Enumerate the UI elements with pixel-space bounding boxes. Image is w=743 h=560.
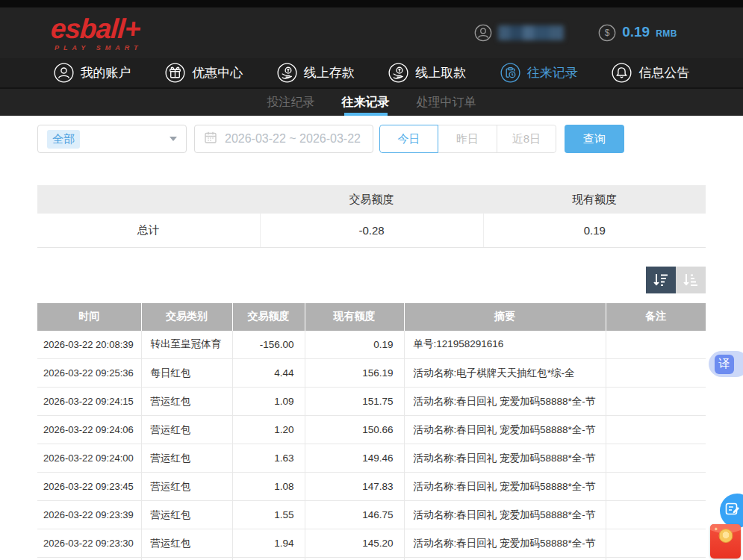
table-cell: 营运红包 xyxy=(141,416,232,444)
range-button-last8days[interactable]: 近8日 xyxy=(497,125,556,153)
table-cell xyxy=(232,558,305,560)
summary-total-row: 总计 -0.28 0.19 xyxy=(37,214,706,247)
table-row xyxy=(37,558,706,560)
table-cell xyxy=(606,558,706,560)
table-cell xyxy=(606,473,706,501)
user-account[interactable] xyxy=(474,24,564,42)
subtab-pending-orders[interactable]: 处理中订单 xyxy=(414,89,479,116)
nav-label: 往来记录 xyxy=(527,64,578,81)
summary-table: 交易额度 现有额度 总计 -0.28 0.19 xyxy=(37,185,706,248)
translate-label: 译 xyxy=(719,357,730,371)
table-cell xyxy=(606,416,706,444)
table-cell xyxy=(606,359,706,388)
table-cell: -156.00 xyxy=(232,331,305,359)
table-cell: 2026-03-22 20:08:39 xyxy=(37,331,141,359)
nav-item-promotions[interactable]: 优惠中心 xyxy=(165,63,243,83)
table-cell: 2026-03-22 09:24:00 xyxy=(37,444,141,473)
subtab-transaction-records[interactable]: 往来记录 xyxy=(339,89,393,116)
deposit-icon xyxy=(277,63,297,83)
gold-coin-icon xyxy=(718,529,733,543)
sparkle-icon: ✦ xyxy=(714,526,718,532)
table-row: 2026-03-22 20:08:39转出至皇冠体育-156.000.19单号:… xyxy=(37,331,706,359)
subnav: 投注纪录 往来记录 处理中订单 xyxy=(0,87,743,116)
table-cell: 1.09 xyxy=(232,388,305,416)
table-cell xyxy=(606,529,706,558)
logo-tagline: PLAY SMART xyxy=(51,45,143,52)
table-cell: 活动名称:春日回礼 宠爱加码58888*全-节 xyxy=(404,416,606,444)
gift-icon xyxy=(165,63,185,83)
transactions-body: 2026-03-22 20:08:39转出至皇冠体育-156.000.19单号:… xyxy=(37,331,706,560)
table-cell: 146.75 xyxy=(305,501,404,529)
table-cell: 150.66 xyxy=(305,416,404,444)
nav-item-records[interactable]: 往来记录 xyxy=(500,63,578,83)
sort-ascending-button[interactable] xyxy=(676,267,706,293)
transactions-table: 时间 交易类别 交易额度 现有额度 摘要 备注 2026-03-22 20:08… xyxy=(37,303,706,560)
column-header-type: 交易类别 xyxy=(141,303,232,331)
range-button-today[interactable]: 今日 xyxy=(379,125,438,153)
table-cell: 活动名称:电子棋牌天天抽红包*综-全 xyxy=(404,359,606,388)
filter-row: 全部 2026-03-22 ~ 2026-03-22 今日 昨日 近8日 查询 xyxy=(37,125,706,153)
translate-widget[interactable]: 译 xyxy=(709,351,743,377)
type-select[interactable]: 全部 xyxy=(37,125,187,153)
nav-item-withdraw[interactable]: 线上取款 xyxy=(388,63,466,83)
red-envelope-widget[interactable]: ✦ xyxy=(710,524,741,559)
table-cell: 2026-03-22 09:25:36 xyxy=(37,359,141,388)
date-range-input[interactable]: 2026-03-22 ~ 2026-03-22 xyxy=(194,125,373,153)
subtab-label: 往来记录 xyxy=(342,95,390,111)
table-cell: 活动名称:春日回礼 宠爱加码58888*全-节 xyxy=(404,529,606,558)
balance-currency: RMB xyxy=(656,28,677,39)
date-range-value: 2026-03-22 ~ 2026-03-22 xyxy=(225,132,361,146)
coin-icon: $ xyxy=(598,24,616,42)
table-cell: 145.20 xyxy=(305,529,404,558)
table-row: 2026-03-22 09:24:00营运红包1.63149.46活动名称:春日… xyxy=(37,444,706,473)
sort-descending-button[interactable] xyxy=(646,267,676,293)
subtab-label: 投注纪录 xyxy=(267,95,315,111)
balance[interactable]: $ 0.19 RMB xyxy=(598,24,677,42)
table-header-row: 时间 交易类别 交易额度 现有额度 摘要 备注 xyxy=(37,303,706,331)
content: 全部 2026-03-22 ~ 2026-03-22 今日 昨日 近8日 查询 xyxy=(0,116,743,560)
table-cell: 每日红包 xyxy=(141,359,232,388)
logo-text: esball+ xyxy=(50,15,143,43)
records-icon xyxy=(500,63,520,83)
table-cell: 151.75 xyxy=(305,388,404,416)
main-nav: 我的账户 优惠中心 线上存款 xyxy=(0,58,743,87)
table-cell: 2026-03-22 09:23:45 xyxy=(37,473,141,501)
column-header-remark: 备注 xyxy=(606,303,706,331)
search-button[interactable]: 查询 xyxy=(565,125,624,153)
summary-header-empty xyxy=(37,185,260,214)
table-cell xyxy=(606,331,706,359)
logo[interactable]: esball+ PLAY SMART xyxy=(51,15,143,52)
table-cell: 2026-03-22 09:23:30 xyxy=(37,529,141,558)
site-header: esball+ PLAY SMART $ 0.19 RMB xyxy=(0,7,743,58)
user-icon xyxy=(54,63,74,83)
nav-item-deposit[interactable]: 线上存款 xyxy=(277,63,355,83)
table-cell: 活动名称:春日回礼 宠爱加码58888*全-节 xyxy=(404,501,606,529)
nav-item-my-account[interactable]: 我的账户 xyxy=(54,63,131,83)
table-cell: 0.19 xyxy=(305,331,404,359)
table-cell xyxy=(141,558,232,560)
column-header-amount: 交易额度 xyxy=(232,303,305,331)
table-cell: 4.44 xyxy=(232,359,305,388)
table-cell: 转出至皇冠体育 xyxy=(141,331,232,359)
summary-balance-total: 0.19 xyxy=(483,214,706,247)
nav-label: 线上取款 xyxy=(415,64,466,81)
summary-transaction-total: -0.28 xyxy=(260,214,483,247)
subtab-label: 处理中订单 xyxy=(417,95,476,111)
table-cell: 营运红包 xyxy=(141,388,232,416)
range-button-yesterday[interactable]: 昨日 xyxy=(438,125,497,153)
table-cell: 2026-03-22 09:24:06 xyxy=(37,416,141,444)
bell-icon xyxy=(612,63,632,83)
nav-item-announcements[interactable]: 信息公告 xyxy=(612,63,689,83)
table-cell: 1.94 xyxy=(232,529,305,558)
subtab-bet-records[interactable]: 投注纪录 xyxy=(264,89,318,116)
table-row: 2026-03-22 09:24:15营运红包1.09151.75活动名称:春日… xyxy=(37,388,706,416)
table-row: 2026-03-22 09:25:36每日红包4.44156.19活动名称:电子… xyxy=(37,359,706,388)
summary-header-row: 交易额度 现有额度 xyxy=(37,185,706,214)
table-cell xyxy=(305,558,404,560)
summary-header-transaction: 交易额度 xyxy=(260,185,483,214)
column-header-time: 时间 xyxy=(37,303,141,331)
table-row: 2026-03-22 09:23:30营运红包1.94145.20活动名称:春日… xyxy=(37,529,706,558)
svg-text:$: $ xyxy=(605,28,610,38)
summary-total-label: 总计 xyxy=(37,214,260,247)
top-strip xyxy=(0,0,743,7)
